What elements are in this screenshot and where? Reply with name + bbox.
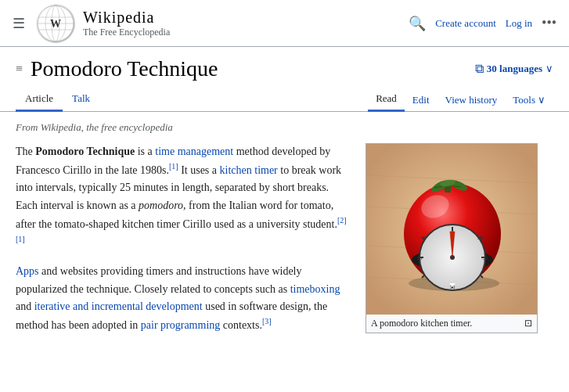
main-content: From Wikipedia, the free encyclopedia <box>16 121 538 346</box>
tools-label: Tools <box>513 94 535 106</box>
link-kitchen-timer[interactable]: kitchen timer <box>220 164 278 176</box>
ref-3[interactable]: [3] <box>262 317 272 325</box>
link-timeboxing[interactable]: timeboxing <box>290 283 340 295</box>
link-pair-programming[interactable]: pair programming <box>141 319 220 331</box>
page-title: Pomodoro Technique <box>31 56 475 81</box>
link-iterative-incremental[interactable]: iterative and incremental development <box>34 300 203 312</box>
link-time-management[interactable]: time management <box>155 146 233 157</box>
infobox-caption: A pomodoro kitchen timer. ⊡ <box>366 315 537 333</box>
italic-pomodoro: pomodoro <box>139 200 183 211</box>
tools-button[interactable]: Tools ∨ <box>505 89 553 111</box>
tab-view-history[interactable]: View history <box>438 89 506 111</box>
tabs-left: Article Talk <box>16 88 99 111</box>
search-icon[interactable]: 🔍 <box>409 15 426 32</box>
infobox-image: 0 55 50 5 10 30 <box>366 144 537 315</box>
languages-icon: ⧉ <box>475 62 484 76</box>
hamburger-icon[interactable]: ☰ <box>13 15 25 32</box>
expand-icon[interactable]: ⊡ <box>524 318 532 329</box>
ref-2-1[interactable]: [2][1] <box>16 216 347 243</box>
caption-text: A pomodoro kitchen timer. <box>371 318 472 329</box>
create-account-link[interactable]: Create account <box>435 17 496 30</box>
tabs-bar: Article Talk Read Edit View history Tool… <box>0 88 569 112</box>
header-left: ☰ W Wikipedia The Free Encyclopedia <box>13 4 170 43</box>
wiki-title: Wikipedia <box>83 8 170 27</box>
more-menu-icon[interactable]: ••• <box>542 15 556 31</box>
tab-article[interactable]: Article <box>16 88 63 112</box>
toc-icon[interactable]: ≡ <box>16 62 23 76</box>
bold-pomodoro-technique: Pomodoro Technique <box>35 146 135 157</box>
content-area: From Wikipedia, the free encyclopedia <box>0 112 569 355</box>
logo-svg: W <box>36 4 75 43</box>
languages-chevron: ∨ <box>546 63 553 75</box>
infobox: 0 55 50 5 10 30 A po <box>366 143 538 333</box>
languages-count: 30 languages <box>487 63 542 75</box>
header-right: 🔍 Create account Log in ••• <box>409 15 556 32</box>
tab-read[interactable]: Read <box>368 88 405 112</box>
link-apps[interactable]: Apps <box>16 265 39 277</box>
wikipedia-logo[interactable]: W <box>36 4 75 43</box>
tabs-right: Read Edit View history Tools ∨ <box>368 88 553 111</box>
from-wiki-label: From Wikipedia, the free encyclopedia <box>16 121 538 134</box>
languages-button[interactable]: ⧉ 30 languages ∨ <box>475 62 553 76</box>
svg-text:55: 55 <box>477 236 483 240</box>
svg-text:W: W <box>50 18 61 30</box>
wiki-subtitle: The Free Encyclopedia <box>83 27 170 38</box>
page-title-area: ≡ Pomodoro Technique ⧉ 30 languages ∨ <box>0 47 569 88</box>
ref-1[interactable]: [1] <box>169 162 178 171</box>
svg-text:50: 50 <box>483 256 488 261</box>
wiki-title-block: Wikipedia The Free Encyclopedia <box>83 8 170 38</box>
tab-edit[interactable]: Edit <box>405 89 438 111</box>
svg-text:10: 10 <box>417 256 423 261</box>
tools-chevron: ∨ <box>538 94 546 106</box>
tomato-timer-svg: 0 55 50 5 10 30 <box>366 144 537 315</box>
header: ☰ W Wikipedia The Free Encyclopedia 🔍 Cr… <box>0 0 569 47</box>
login-link[interactable]: Log in <box>506 17 532 30</box>
tab-talk[interactable]: Talk <box>63 88 99 112</box>
